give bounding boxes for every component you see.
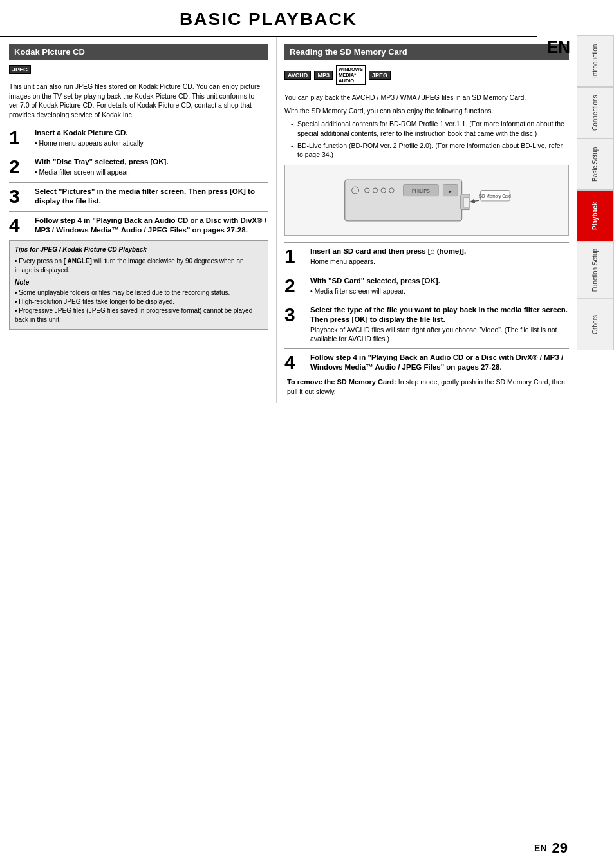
sd-step-1: 1 Insert an SD card and then press [⌂ (h… [284,242,569,267]
tab-basic-setup[interactable]: Basic Setup [577,138,614,190]
mp3-badge: MP3 [314,71,333,80]
svg-line-12 [472,200,479,202]
kodak-steps: 1 Insert a Kodak Picture CD. • Home menu… [9,124,268,235]
page-title: BASIC PLAYBACK [0,0,537,37]
tab-introduction[interactable]: Introduction [577,35,614,87]
sd-step-2: 2 With "SD Card" selected, press [OK]. •… [284,272,569,296]
sidebar-tabs: Introduction Connections Basic Setup Pla… [577,35,614,350]
jpeg-badge-right: JPEG [369,71,391,80]
note-title: Note [15,278,263,287]
kodak-header: Kodak Picture CD [9,44,268,60]
sd-step-4: 4 Follow step 4 in "Playing Back an Audi… [284,348,569,372]
tab-function-setup[interactable]: Function Setup [577,241,614,299]
tab-others[interactable]: Others [577,299,614,350]
sd-header: Reading the SD Memory Card [284,44,569,60]
device-svg: PHILIPS ▶ SD SD Mem [337,168,517,232]
sd-badges: AVCHD MP3 WINDOWSMEDIA*AUDIO JPEG [284,65,569,89]
sd-feature-list: Special additional contents for BD-ROM P… [284,119,569,160]
kodak-step-3: 3 Select "Pictures" in the media filter … [9,182,268,206]
kodak-section: Kodak Picture CD JPEG This unit can also… [0,37,277,403]
svg-text:SD Memory Card: SD Memory Card [479,194,512,199]
svg-rect-16 [463,198,469,208]
sd-steps: 1 Insert an SD card and then press [⌂ (h… [284,242,569,372]
remove-sd-note: To remove the SD Memory Card: In stop mo… [284,377,569,396]
tab-playback[interactable]: Playback [577,190,614,241]
sd-intro-line2: With the SD Memory Card, you can also en… [284,106,569,116]
en-label-top: EN [547,37,570,57]
kodak-step-2: 2 With "Disc Tray" selected, press [OK].… [9,153,268,177]
footer-en: EN [534,843,546,853]
kodak-step-4: 4 Follow step 4 in "Playing Back an Audi… [9,211,268,235]
jpeg-badge-left: JPEG [9,65,31,74]
sd-intro-line1: You can play back the AVCHD / MP3 / WMA … [284,93,569,102]
svg-text:PHILIPS: PHILIPS [412,188,430,194]
remove-sd-title: To remove the SD Memory Card: [287,378,396,386]
tips-box: Tips for JPEG / Kodak Picture CD Playbac… [9,240,268,330]
page-footer: EN 29 [534,840,568,856]
tab-connections[interactable]: Connections [577,87,614,138]
svg-text:▶: ▶ [449,189,452,193]
avchd-badge: AVCHD [284,71,311,80]
sd-step-3: 3 Select the type of the file you want t… [284,301,569,343]
tips-list: Every press on [ ANGLE] will turn the im… [15,257,263,275]
device-diagram: PHILIPS ▶ SD SD Mem [284,165,569,236]
windows-media-badge: WINDOWSMEDIA*AUDIO [336,65,366,85]
note-list: Some unplayable folders or files may be … [15,288,263,325]
footer-page-number: 29 [552,840,568,856]
sd-section: Reading the SD Memory Card AVCHD MP3 WIN… [277,37,575,403]
kodak-intro: This unit can also run JPEG files stored… [9,82,268,120]
kodak-step-1: 1 Insert a Kodak Picture CD. • Home menu… [9,124,268,148]
tips-title: Tips for JPEG / Kodak Picture CD Playbac… [15,245,263,254]
